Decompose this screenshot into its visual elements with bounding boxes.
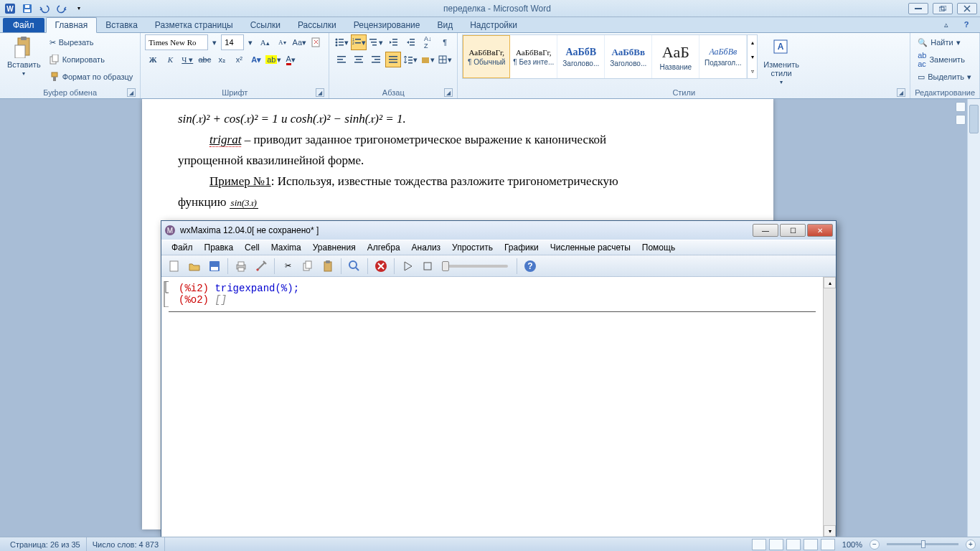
align-left-icon[interactable]: [334, 52, 349, 67]
open-file-icon[interactable]: [186, 258, 203, 275]
subscript-button[interactable]: x₂: [214, 52, 230, 67]
paste-button[interactable]: Вставить ▾: [4, 34, 44, 87]
help-icon[interactable]: ?: [522, 258, 539, 275]
change-styles-button[interactable]: A Изменить стили ▾: [760, 34, 802, 87]
maxima-maximize-button[interactable]: ☐: [780, 224, 806, 237]
zoom-slider[interactable]: [887, 543, 958, 545]
view-outline[interactable]: [804, 539, 818, 550]
maxima-menu-maxima[interactable]: Maxima: [265, 241, 307, 254]
new-file-icon[interactable]: [166, 258, 183, 275]
underline-button[interactable]: Ч ▾: [179, 52, 195, 67]
zoom-slider-thumb[interactable]: [921, 540, 925, 548]
ribbon-minimize-icon[interactable]: ▵: [938, 17, 954, 32]
view-print-layout[interactable]: [752, 539, 766, 550]
maxima-menu-numeric[interactable]: Численные расчеты: [545, 241, 636, 254]
redo-icon[interactable]: [55, 1, 69, 16]
decrease-indent-icon[interactable]: [385, 34, 401, 50]
italic-button[interactable]: К: [162, 52, 178, 67]
strikethrough-button[interactable]: abc: [197, 52, 212, 67]
maxima-titlebar[interactable]: M wxMaxima 12.04.0[ не сохранено* ] — ☐ …: [161, 221, 836, 240]
view-full-screen[interactable]: [769, 539, 783, 550]
copy-button[interactable]: Копировать: [47, 52, 136, 67]
multilevel-list-icon[interactable]: ▾: [368, 34, 384, 50]
status-word-count[interactable]: Число слов: 4 873: [87, 537, 165, 551]
view-web-layout[interactable]: [786, 539, 801, 550]
tab-review[interactable]: Рецензирование: [345, 18, 429, 32]
maxima-minimize-button[interactable]: —: [753, 224, 778, 237]
scrollbar-thumb[interactable]: [969, 105, 979, 133]
maxima-menu-plots[interactable]: Графики: [499, 241, 545, 254]
save-file-icon[interactable]: [206, 258, 223, 275]
clear-formatting-icon[interactable]: [308, 34, 324, 50]
maxima-menu-help[interactable]: Помощь: [636, 241, 681, 254]
tab-addins[interactable]: Надстройки: [461, 18, 526, 32]
gutter-btn-1[interactable]: [956, 102, 966, 112]
copy-icon[interactable]: [299, 258, 316, 275]
pilcrow-icon[interactable]: ¶: [437, 34, 453, 50]
cell-bracket[interactable]: [163, 281, 170, 307]
line-spacing-icon[interactable]: ▾: [402, 52, 418, 67]
font-name-dropdown[interactable]: ▾: [209, 38, 220, 47]
grow-font-icon[interactable]: A▴: [257, 34, 273, 50]
play-icon[interactable]: [399, 258, 416, 275]
slider-thumb[interactable]: [442, 261, 449, 271]
bullets-icon[interactable]: ▾: [334, 34, 349, 50]
tab-insert[interactable]: Вставка: [97, 18, 146, 32]
style-title[interactable]: АаБНазвание: [652, 35, 699, 78]
clipboard-dialog-launcher[interactable]: ◢: [127, 88, 136, 97]
preferences-icon[interactable]: [253, 258, 270, 275]
cut-icon[interactable]: ✂: [279, 258, 296, 275]
find-icon[interactable]: [346, 258, 363, 275]
maxima-scrollbar[interactable]: ▴ ▾: [823, 277, 836, 537]
justify-icon[interactable]: [385, 52, 401, 67]
numbering-icon[interactable]: 12▾: [351, 34, 367, 50]
font-dialog-launcher[interactable]: ◢: [316, 88, 324, 97]
change-case-icon[interactable]: Aa▾: [291, 34, 307, 50]
paste-icon[interactable]: [319, 258, 336, 275]
tab-file[interactable]: Файл: [3, 18, 44, 32]
font-size-dropdown[interactable]: ▾: [245, 38, 255, 47]
replace-button[interactable]: abacЗаменить: [915, 52, 975, 67]
style-scroll-down[interactable]: ▾: [748, 50, 757, 64]
zoom-level[interactable]: 100%: [842, 540, 862, 549]
maxima-menu-cell[interactable]: Cell: [239, 241, 265, 254]
format-painter-button[interactable]: Формат по образцу: [47, 69, 136, 85]
sort-icon[interactable]: A↓Z: [420, 34, 435, 50]
tab-references[interactable]: Ссылки: [242, 18, 289, 32]
qat-dropdown-icon[interactable]: ▾: [72, 1, 86, 16]
tab-home[interactable]: Главная: [46, 17, 98, 33]
text-effects-icon[interactable]: A▾: [248, 52, 264, 67]
maxima-content[interactable]: (%i2) trigexpand(%); (%o2) []: [161, 277, 823, 537]
minimize-button[interactable]: [908, 3, 928, 14]
maxima-scroll-up[interactable]: ▴: [824, 277, 836, 288]
increase-indent-icon[interactable]: [402, 34, 418, 50]
tab-page-layout[interactable]: Разметка страницы: [146, 18, 242, 32]
paragraph-dialog-launcher[interactable]: ◢: [444, 88, 453, 97]
maxima-menu-edit[interactable]: Правка: [199, 241, 240, 254]
stop-square-icon[interactable]: [419, 258, 436, 275]
style-normal[interactable]: АаБбВвГг,¶ Обычный: [463, 35, 510, 78]
select-button[interactable]: ▭Выделить ▾: [915, 69, 975, 85]
font-name-combo[interactable]: Times New Ro: [145, 34, 208, 50]
help-icon[interactable]: ?: [958, 17, 974, 32]
bold-button[interactable]: Ж: [145, 52, 161, 67]
style-gallery-expand[interactable]: ▿: [748, 64, 757, 78]
maxima-menu-file[interactable]: Файл: [166, 241, 199, 254]
maxima-menu-equations[interactable]: Уравнения: [307, 241, 362, 254]
maximize-button[interactable]: [933, 3, 953, 14]
tab-view[interactable]: Вид: [428, 18, 461, 32]
align-right-icon[interactable]: [368, 52, 384, 67]
maxima-scroll-down[interactable]: ▾: [824, 525, 836, 537]
stop-icon[interactable]: [372, 258, 390, 275]
style-no-spacing[interactable]: АаБбВвГг,¶ Без инте...: [510, 35, 557, 78]
shading-icon[interactable]: ▾: [420, 52, 435, 67]
maxima-menu-algebra[interactable]: Алгебра: [362, 241, 406, 254]
maxima-close-button[interactable]: ✕: [807, 224, 833, 237]
shrink-font-icon[interactable]: A▾: [274, 34, 290, 50]
borders-icon[interactable]: ▾: [437, 52, 453, 67]
save-icon[interactable]: [20, 1, 34, 16]
view-draft[interactable]: [821, 539, 835, 550]
word-app-icon[interactable]: W: [3, 1, 17, 16]
style-heading1[interactable]: АаБбВЗаголово...: [557, 35, 605, 78]
style-heading2[interactable]: АаБбВвЗаголово...: [605, 35, 652, 78]
